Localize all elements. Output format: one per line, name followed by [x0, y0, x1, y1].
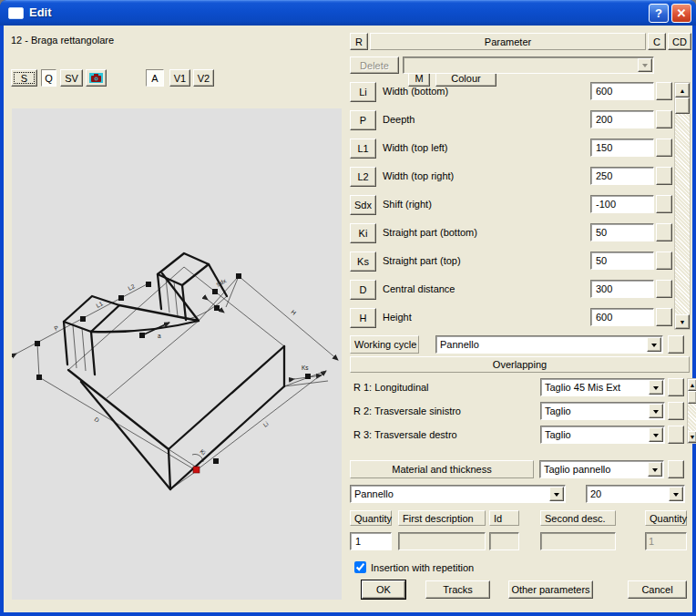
s-button[interactable]: S: [11, 69, 37, 87]
overlap-scrollbar[interactable]: ▲ ▼: [687, 378, 696, 444]
chevron-down-icon[interactable]: [649, 427, 663, 442]
cancel-button[interactable]: Cancel: [628, 580, 687, 599]
param-value-input[interactable]: [590, 110, 654, 128]
param-label: Straight part (top): [383, 255, 461, 266]
snapshot-button[interactable]: [86, 69, 107, 87]
param-label: Central distance: [383, 283, 455, 294]
material-name-combobox[interactable]: Pannello: [350, 485, 566, 503]
insertion-label: Insertion with repetition: [371, 562, 474, 573]
window-icon: [8, 7, 24, 19]
param-code-button[interactable]: Sdx: [350, 195, 376, 215]
insertion-checkbox[interactable]: [354, 561, 366, 573]
scroll-up-icon[interactable]: ▲: [675, 83, 690, 98]
c-button[interactable]: C: [648, 33, 666, 50]
thickness-combobox[interactable]: 20: [586, 485, 685, 503]
overlap-extra-button[interactable]: [668, 426, 684, 444]
param-extra-button[interactable]: [656, 252, 672, 270]
param-value-input[interactable]: [590, 195, 654, 213]
param-value-input[interactable]: [590, 223, 654, 241]
overlap-row-combobox[interactable]: Taglio: [540, 426, 665, 444]
param-code-button[interactable]: L2: [350, 167, 376, 187]
overlap-row-combobox[interactable]: Taglio: [540, 402, 665, 420]
param-code-button[interactable]: P: [350, 110, 376, 130]
dim-label-ks: Ks: [302, 364, 309, 371]
v1-button[interactable]: V1: [169, 69, 190, 87]
v2-button[interactable]: V2: [193, 69, 214, 87]
quantity-left-input[interactable]: [350, 532, 392, 550]
scrollbar-thumb[interactable]: [688, 391, 696, 404]
param-extra-button[interactable]: [656, 167, 672, 185]
col-header-quantity-right: Quantity: [645, 510, 687, 526]
quantity-right-field: 1: [645, 532, 687, 550]
param-label: Width (top left): [383, 142, 448, 153]
chevron-down-icon[interactable]: [669, 487, 683, 501]
chevron-down-icon[interactable]: [647, 337, 661, 352]
param-code-button[interactable]: H: [350, 308, 376, 328]
sv-button[interactable]: SV: [60, 69, 83, 87]
param-extra-button[interactable]: [656, 110, 672, 128]
param-code-button[interactable]: Li: [350, 82, 376, 102]
chevron-down-icon[interactable]: [649, 380, 663, 395]
param-value-input[interactable]: [590, 252, 654, 270]
material-extra-button[interactable]: [668, 460, 684, 478]
param-label: Width (bottom): [383, 86, 448, 97]
param-value-input[interactable]: [590, 139, 654, 157]
param-code-button[interactable]: L1: [350, 139, 376, 159]
chevron-down-icon[interactable]: [649, 404, 663, 418]
scrollbar-thumb[interactable]: [675, 98, 690, 114]
parameter-scrollbar[interactable]: ▲ ▼: [674, 82, 691, 330]
tracks-button[interactable]: Tracks: [425, 580, 490, 599]
overlap-row-combobox[interactable]: Taglio 45 Mis Ext: [540, 378, 665, 396]
param-extra-button[interactable]: [656, 139, 672, 157]
part-title: 12 - Braga rettangolare: [11, 35, 114, 46]
chevron-down-icon: [638, 58, 652, 72]
other-parameters-button[interactable]: Other parameters: [508, 580, 593, 599]
a-button[interactable]: A: [146, 69, 164, 87]
overlap-extra-button[interactable]: [668, 378, 684, 396]
chevron-down-icon[interactable]: [549, 487, 564, 501]
duct-wireframe-drawing: P L1 L2 D Sdx H Ks Li Ki a: [12, 108, 342, 600]
material-cycle-combobox[interactable]: Taglio pannello: [539, 460, 664, 478]
working-cycle-label: Working cycle: [350, 335, 419, 354]
dim-label-ki: Ki: [199, 447, 207, 456]
q-button[interactable]: Q: [41, 69, 56, 87]
param-label: Shift (right): [383, 199, 432, 210]
r-button[interactable]: R: [350, 33, 368, 50]
param-extra-button[interactable]: [656, 280, 672, 298]
working-cycle-combobox[interactable]: Pannello: [435, 335, 663, 354]
param-extra-button[interactable]: [656, 308, 672, 326]
overlap-row-label: R 2: Trasversale sinistro: [353, 406, 461, 416]
scroll-down-icon[interactable]: ▼: [675, 314, 690, 329]
working-cycle-extra-button[interactable]: [668, 335, 684, 354]
ok-button[interactable]: OK: [362, 580, 405, 599]
param-label: Height: [383, 312, 412, 323]
param-code-button[interactable]: Ki: [350, 223, 376, 243]
scroll-up-icon[interactable]: ▲: [688, 379, 696, 391]
col-header-first-description: First description: [398, 510, 486, 526]
dialog-body: 12 - Braga rettangolare S Q SV A V1 V2 M…: [4, 26, 692, 612]
scroll-down-icon[interactable]: ▼: [688, 431, 696, 443]
dim-label-li: Li: [261, 420, 269, 428]
param-value-input[interactable]: [590, 280, 654, 298]
param-code-button[interactable]: Ks: [350, 252, 376, 272]
dim-label-h: H: [290, 308, 297, 316]
param-value-input[interactable]: [590, 308, 654, 326]
param-extra-button[interactable]: [656, 195, 672, 213]
cd-button[interactable]: CD: [668, 33, 691, 50]
help-button[interactable]: ?: [649, 4, 669, 23]
param-extra-button[interactable]: [656, 223, 672, 241]
param-extra-button[interactable]: [656, 82, 672, 100]
edit-dialog: Edit ? ✕ 12 - Braga rettangolare S Q SV …: [0, 0, 696, 616]
overlap-extra-button[interactable]: [668, 402, 684, 420]
parameter-header: Parameter: [370, 33, 646, 50]
overlap-row-label: R 1: Longitudinal: [353, 382, 429, 393]
param-label: Straight part (bottom): [383, 227, 477, 238]
close-button[interactable]: ✕: [671, 4, 691, 23]
chevron-down-icon[interactable]: [648, 462, 662, 477]
param-code-button[interactable]: D: [350, 280, 376, 300]
param-value-input[interactable]: [590, 82, 654, 100]
title-bar[interactable]: Edit ? ✕: [0, 0, 696, 26]
param-value-input[interactable]: [590, 167, 654, 185]
col-header-second-desc: Second desc.: [540, 510, 616, 526]
preview-canvas[interactable]: P L1 L2 D Sdx H Ks Li Ki a: [12, 108, 342, 600]
